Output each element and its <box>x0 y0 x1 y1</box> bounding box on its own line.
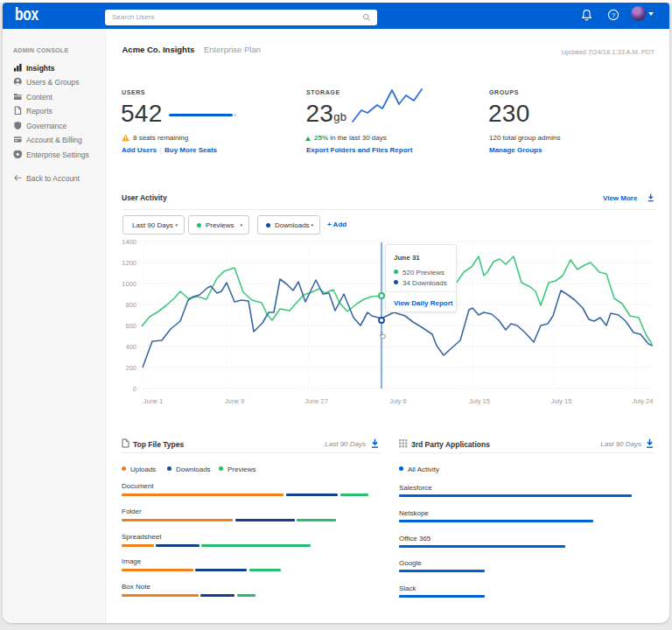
svg-text:July 15: July 15 <box>551 397 572 405</box>
svg-text:July 24: July 24 <box>633 397 654 405</box>
svg-text:June 1: June 1 <box>144 397 164 405</box>
svg-text:1400: 1400 <box>122 238 136 246</box>
svg-text:July 6: July 6 <box>389 397 407 405</box>
svg-text:June 27: June 27 <box>304 397 328 405</box>
svg-text:June 9: June 9 <box>225 397 245 405</box>
svg-text:0: 0 <box>133 385 136 393</box>
svg-text:400: 400 <box>125 343 136 351</box>
svg-text:200: 200 <box>125 364 136 372</box>
svg-text:1200: 1200 <box>122 259 136 267</box>
svg-text:800: 800 <box>125 301 136 309</box>
svg-text:1000: 1000 <box>122 280 136 288</box>
svg-text:July 15: July 15 <box>469 397 490 405</box>
svg-text:600: 600 <box>125 322 136 330</box>
svg-text:?: ? <box>612 11 616 19</box>
